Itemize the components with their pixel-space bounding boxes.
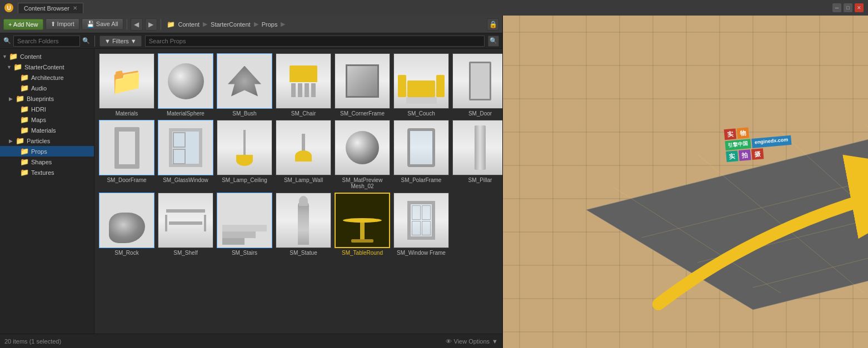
lock-button[interactable]: 🔒 [487, 18, 499, 31]
tree-item-materials[interactable]: 📁 Materials [0, 125, 94, 135]
folder-icon: 📁 [16, 94, 24, 103]
asset-item-materialsphere[interactable]: MaterialSphere [158, 53, 213, 117]
tab-close-icon[interactable]: ✕ [73, 5, 77, 11]
viewport: 实 物 引擎中国 enginedx.com 实 拍 摄 [503, 16, 868, 348]
asset-item-sm-stairs[interactable]: SM_Stairs [217, 193, 272, 256]
asset-thumbnail [276, 53, 331, 109]
filter-arrow-icon: ▼ [131, 38, 137, 44]
asset-item-sm-cornerframe[interactable]: SM_CornerFrame [335, 53, 390, 117]
asset-label: SM_MatPreview Mesh_02 [335, 177, 390, 189]
search-separator [94, 36, 95, 47]
asset-label: SM_PolarFrame [401, 177, 442, 183]
nav-forward-button[interactable]: ▶ [145, 18, 157, 31]
tree-item-startercontent[interactable]: ▼ 📁 StarterContent [0, 62, 94, 72]
title-bar: U Content Browser ✕ ─ □ ✕ [0, 0, 868, 16]
asset-item-sm-lamp-ceiling[interactable]: SM_Lamp_Ceiling [217, 120, 272, 189]
tab-label: Content Browser [24, 5, 69, 12]
tree-item-props[interactable]: 📁 Props [0, 146, 94, 157]
close-button[interactable]: ✕ [855, 3, 864, 12]
tree-item-blueprints[interactable]: ▶ 📁 Blueprints [0, 93, 94, 104]
tree-item-hdri[interactable]: 📁 HDRI [0, 104, 94, 114]
asset-thumbnail [158, 53, 213, 109]
content-browser-tab[interactable]: Content Browser ✕ [18, 3, 83, 13]
asset-thumbnail [335, 53, 390, 109]
asset-thumbnail [99, 120, 154, 175]
folder-icon: 📁 [20, 158, 29, 166]
tree-item-maps[interactable]: 📁 Maps [0, 114, 94, 125]
tree-item-label: Materials [31, 127, 56, 134]
tree-item-particles[interactable]: ▶ 📁 Particles [0, 135, 94, 146]
tree-item-shapes[interactable]: 📁 Shapes [0, 157, 94, 167]
asset-label: SM_Lamp_Ceiling [222, 177, 267, 183]
asset-item-sm-tableround[interactable]: SM_TableRound [335, 193, 390, 256]
asset-thumbnail [217, 120, 272, 175]
props-search-button[interactable]: 🔍 [488, 36, 499, 47]
tree-arrow: ▶ [9, 96, 16, 102]
asset-label: SM_Shelf [173, 250, 197, 256]
toolbar-separator [127, 19, 127, 30]
save-all-button[interactable]: 💾 Save All [82, 18, 123, 30]
asset-item-sm-glasswindow[interactable]: SM_GlassWindow [158, 120, 213, 189]
folder-search-btn[interactable]: 🔍 [82, 37, 90, 44]
view-options-button[interactable]: 👁 View Options ▼ [446, 338, 498, 345]
breadcrumb-starter-content[interactable]: StarterContent [208, 20, 253, 29]
asset-label: SM_CornerFrame [340, 110, 385, 117]
tree-item-textures[interactable]: 📁 Textures [0, 167, 94, 178]
filter-icon: ▼ [104, 38, 111, 44]
tree-arrow: ▼ [7, 64, 13, 70]
asset-item-sm-windowframe[interactable]: SM_Window Frame [393, 193, 449, 256]
asset-item-sm-door[interactable]: SM_Door [452, 53, 502, 117]
asset-item-sm-chair[interactable]: SM_Chair [276, 53, 331, 117]
asset-label: Materials [116, 110, 138, 117]
folder-icon: 📁 [20, 115, 29, 124]
asset-item-sm-polarframe[interactable]: SM_PolarFrame [393, 120, 449, 189]
asset-thumbnail [393, 120, 449, 175]
add-new-button[interactable]: + Add New [3, 19, 43, 30]
maximize-button[interactable]: □ [844, 3, 852, 12]
asset-item-sm-shelf[interactable]: SM_Shelf [158, 193, 213, 256]
folder-icon: 📁 [20, 168, 29, 176]
import-button[interactable]: ⬆ Import [46, 18, 79, 30]
asset-grid: 📁 Materials MaterialSphere [99, 53, 498, 256]
breadcrumb-arrow-3: ▶ [281, 21, 285, 28]
asset-label: SM_TableRound [342, 250, 383, 256]
asset-item-sm-statue[interactable]: SM_Statue [276, 193, 331, 256]
view-options-arrow-icon: ▼ [492, 338, 498, 345]
tree-item-architecture[interactable]: 📁 Architecture [0, 72, 94, 83]
asset-item-sm-rock[interactable]: SM_Rock [99, 193, 154, 256]
folder-sidebar: ▼ 📁 Content ▼ 📁 StarterContent 📁 Archite… [0, 49, 94, 334]
tree-item-audio[interactable]: 📁 Audio [0, 83, 94, 93]
asset-item-sm-pillar[interactable]: SM_Pillar [452, 120, 502, 189]
asset-thumbnail [335, 193, 390, 248]
folder-icon: 📁 [20, 147, 29, 155]
asset-item-sm-matpreview[interactable]: SM_MatPreview Mesh_02 [335, 120, 390, 189]
folder-search-input[interactable] [13, 36, 80, 47]
asset-item-materials[interactable]: 📁 Materials [99, 53, 154, 117]
props-search-input[interactable] [145, 36, 485, 47]
asset-item-sm-bush[interactable]: SM_Bush [217, 53, 272, 117]
asset-item-sm-doorframe[interactable]: SM_DoorFrame [99, 120, 154, 189]
tree-item-label: Props [31, 148, 47, 155]
tree-item-label: Architecture [31, 74, 64, 81]
tree-item-label: Blueprints [27, 95, 54, 102]
nav-back-button[interactable]: ◀ [131, 18, 143, 31]
filters-button[interactable]: ▼ Filters ▼ [99, 36, 142, 47]
breadcrumb-content[interactable]: Content [176, 20, 202, 29]
minimize-button[interactable]: ─ [832, 3, 841, 12]
asset-label: SM_Couch [407, 110, 435, 117]
asset-item-sm-lamp-wall[interactable]: SM_Lamp_Wall [276, 120, 331, 189]
tree-item-content[interactable]: ▼ 📁 Content [0, 51, 94, 62]
tree-item-label: Textures [31, 169, 54, 176]
folder-search-area: 🔍 🔍 [3, 36, 90, 47]
main-layout: + Add New ⬆ Import 💾 Save All ◀ ▶ 📁 Cont… [0, 16, 868, 348]
breadcrumb-props[interactable]: Props [260, 20, 280, 29]
asset-thumbnail [276, 120, 331, 175]
content-browser-panel: + Add New ⬆ Import 💾 Save All ◀ ▶ 📁 Cont… [0, 16, 503, 348]
asset-thumbnail [393, 53, 449, 109]
browser-toolbar: + Add New ⬆ Import 💾 Save All ◀ ▶ 📁 Cont… [0, 16, 502, 33]
asset-thumbnail [217, 53, 272, 109]
asset-item-sm-couch[interactable]: SM_Couch [393, 53, 449, 117]
asset-label: SM_Stairs [232, 250, 257, 256]
asset-thumbnail [393, 193, 449, 248]
tree-item-label: StarterContent [24, 64, 64, 70]
